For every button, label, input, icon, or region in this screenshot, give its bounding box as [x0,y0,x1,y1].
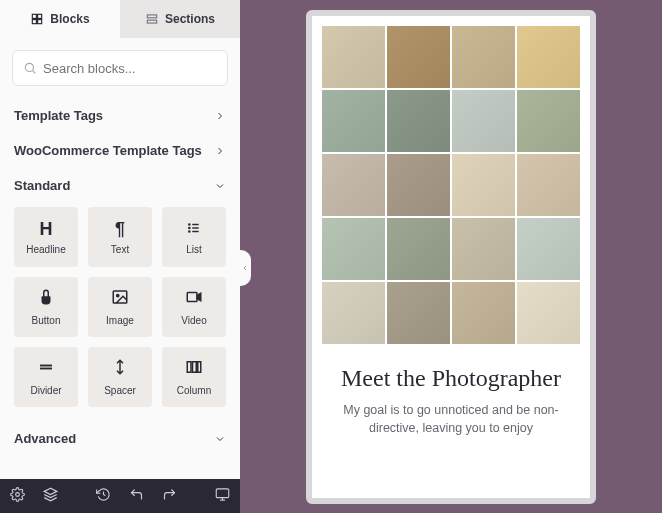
block-headline[interactable]: H Headline [14,207,78,267]
block-label: Divider [30,385,61,396]
section-woo-tags[interactable]: WooCommerce Template Tags [0,133,240,168]
svg-rect-26 [216,488,229,497]
collapse-sidebar-button[interactable] [239,250,251,286]
chevron-down-icon [214,180,226,192]
gallery-image [387,26,450,88]
tab-blocks-label: Blocks [50,12,89,26]
gallery-image [452,218,515,280]
gallery-image [387,282,450,344]
preview-heading: Meet the Photographer [328,364,574,393]
block-label: Column [177,385,211,396]
tab-sections-label: Sections [165,12,215,26]
svg-marker-25 [44,488,57,494]
block-label: Button [32,315,61,326]
section-template-tags[interactable]: Template Tags [0,98,240,133]
block-spacer[interactable]: Spacer [88,347,152,407]
history-icon [96,487,111,502]
block-column[interactable]: Column [162,347,226,407]
block-divider[interactable]: Divider [14,347,78,407]
layers-button[interactable] [43,487,58,506]
tab-blocks[interactable]: Blocks [0,0,120,38]
block-label: Text [111,244,129,255]
svg-marker-17 [197,293,201,301]
chevron-right-icon [214,110,226,122]
headline-icon: H [40,220,53,238]
block-image[interactable]: Image [88,277,152,337]
divider-icon [37,358,55,379]
svg-point-11 [189,223,190,224]
svg-rect-23 [198,362,201,373]
gallery-image [452,282,515,344]
bottom-toolbar [0,479,240,513]
gallery-image [452,154,515,216]
section-label: Standard [14,178,70,193]
svg-rect-1 [38,14,42,18]
svg-rect-16 [187,293,197,302]
button-icon [37,288,55,309]
gallery-image [517,282,580,344]
block-label: Spacer [104,385,136,396]
block-list[interactable]: List [162,207,226,267]
gallery-image [322,90,385,152]
gallery-image [322,26,385,88]
gallery-image [322,282,385,344]
svg-point-13 [189,230,190,231]
search-icon [23,61,37,75]
block-text[interactable]: ¶ Text [88,207,152,267]
search-wrap [0,38,240,98]
search-input[interactable] [43,61,217,76]
settings-button[interactable] [10,487,25,506]
undo-button[interactable] [129,487,144,506]
gear-icon [10,487,25,502]
device-button[interactable] [215,487,230,506]
block-label: Video [181,315,206,326]
blocks-icon [30,12,44,26]
svg-line-7 [33,71,36,74]
preview-area: Meet the Photographer My goal is to go u… [240,0,662,513]
block-label: Image [106,315,134,326]
block-button[interactable]: Button [14,277,78,337]
device-frame: Meet the Photographer My goal is to go u… [306,10,596,504]
svg-rect-3 [38,20,42,24]
redo-button[interactable] [162,487,177,506]
svg-rect-4 [147,15,156,18]
gallery-image [322,218,385,280]
image-icon [111,288,129,309]
svg-point-24 [16,492,20,496]
monitor-icon [215,487,230,502]
sidebar: Blocks Sections Template Tags WooCommerc… [0,0,240,513]
section-label: Template Tags [14,108,103,123]
gallery-image [517,218,580,280]
gallery-image [517,90,580,152]
gallery-image [517,154,580,216]
section-standard[interactable]: Standard [0,168,240,203]
redo-icon [162,487,177,502]
search[interactable] [12,50,228,86]
preview-content: Meet the Photographer My goal is to go u… [312,354,590,438]
column-icon [185,358,203,379]
gallery-image [387,218,450,280]
history-button[interactable] [96,487,111,506]
chevron-down-icon [214,433,226,445]
spacer-icon [111,358,129,379]
svg-rect-5 [147,20,156,23]
undo-icon [129,487,144,502]
preview-body: My goal is to go unnoticed and be non-di… [328,402,574,437]
video-icon [185,288,203,309]
chevron-right-icon [214,145,226,157]
svg-rect-2 [33,20,37,24]
chevron-left-icon [241,262,249,274]
section-advanced[interactable]: Advanced [0,421,240,456]
gallery-image [387,154,450,216]
svg-point-12 [189,227,190,228]
sections-icon [145,12,159,26]
svg-rect-21 [187,362,191,373]
gallery-image [452,26,515,88]
blocks-grid: H Headline ¶ Text List Button Image Vide… [0,203,240,421]
gallery-image [387,90,450,152]
block-video[interactable]: Video [162,277,226,337]
svg-point-15 [117,294,119,296]
tab-sections[interactable]: Sections [120,0,240,38]
block-label: List [186,244,202,255]
tabs: Blocks Sections [0,0,240,38]
